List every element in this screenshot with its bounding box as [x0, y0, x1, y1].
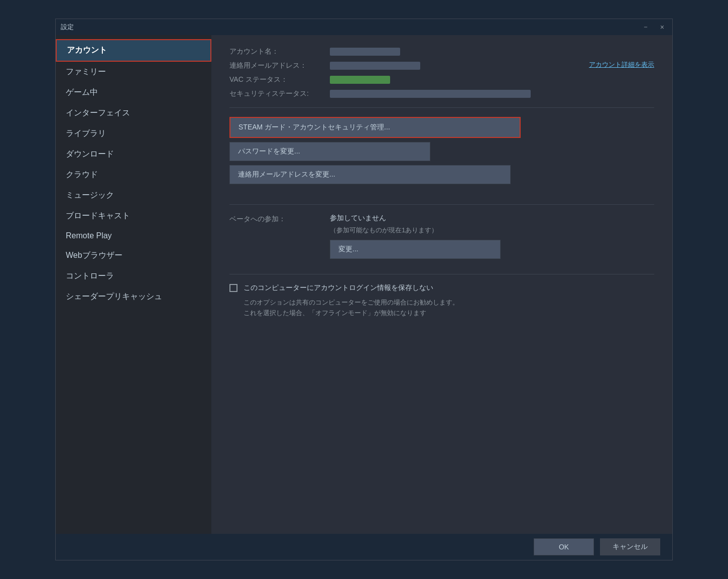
vac-row: VAC ステータス：	[229, 75, 654, 84]
vac-label: VAC ステータス：	[229, 75, 330, 84]
sidebar-item-in-game[interactable]: ゲーム中	[56, 82, 211, 103]
titlebar: 設定 － ×	[56, 19, 672, 35]
sidebar-item-library[interactable]: ライブラリ	[56, 123, 211, 144]
sidebar-item-remoteplay[interactable]: Remote Play	[56, 226, 211, 245]
sidebar-item-music[interactable]: ミュージック	[56, 185, 211, 206]
titlebar-buttons: － ×	[639, 23, 667, 32]
email-label: 連絡用メールアドレス：	[229, 61, 330, 70]
window-title: 設定	[61, 23, 74, 32]
ok-button[interactable]: OK	[534, 538, 594, 555]
security-value	[330, 90, 531, 98]
save-login-checkbox[interactable]	[229, 284, 237, 292]
save-login-row: このコンピューターにアカウントログイン情報を保存しない	[229, 283, 654, 293]
sidebar-item-shadercache[interactable]: シェーダープリキャッシュ	[56, 286, 211, 307]
sidebar-item-cloud[interactable]: クラウド	[56, 165, 211, 185]
beta-sub: （参加可能なものが現在1あります）	[330, 226, 501, 235]
beta-change-button[interactable]: 変更...	[330, 240, 501, 259]
hint-text: このオプションは共有のコンピューターをご使用の場合にお勧めします。 これを選択し…	[244, 298, 654, 319]
minimize-button[interactable]: －	[639, 23, 652, 32]
main-panel: アカウント詳細を表示 アカウント名： 連絡用メールアドレス： VAC ステータス…	[211, 35, 672, 534]
close-button[interactable]: ×	[657, 23, 667, 31]
change-password-button[interactable]: パスワードを変更...	[229, 142, 430, 161]
sidebar-item-interface[interactable]: インターフェイス	[56, 103, 211, 123]
divider-2	[229, 204, 654, 205]
divider-1	[229, 107, 654, 108]
cancel-button[interactable]: キャンセル	[600, 538, 660, 555]
account-name-value	[330, 48, 400, 56]
save-login-label: このコンピューターにアカウントログイン情報を保存しない	[244, 283, 433, 293]
hint-line1: このオプションは共有のコンピューターをご使用の場合にお勧めします。	[244, 299, 459, 306]
hint-line2: これを選択した場合、「オフラインモード」が無効になります	[244, 309, 426, 317]
security-label: セキュリティステータス:	[229, 89, 330, 98]
sidebar-item-family[interactable]: ファミリー	[56, 62, 211, 82]
beta-row: ベータへの参加： 参加していません （参加可能なものが現在1あります） 変更..…	[229, 214, 654, 259]
beta-label: ベータへの参加：	[229, 214, 320, 224]
change-email-button[interactable]: 連絡用メールアドレスを変更...	[229, 165, 511, 184]
account-name-label: アカウント名：	[229, 47, 330, 56]
sidebar-item-controller[interactable]: コントローラ	[56, 266, 211, 286]
email-value	[330, 62, 420, 70]
account-name-row: アカウント名：	[229, 47, 654, 56]
beta-content: 参加していません （参加可能なものが現在1あります） 変更...	[330, 214, 501, 259]
sidebar-item-downloads[interactable]: ダウンロード	[56, 144, 211, 165]
vac-value	[330, 76, 390, 84]
security-row: セキュリティステータス:	[229, 89, 654, 98]
account-detail-link[interactable]: アカウント詳細を表示	[589, 60, 654, 69]
divider-3	[229, 274, 654, 274]
steam-guard-button[interactable]: STEAM ガード・アカウントセキュリティ管理...	[229, 117, 521, 138]
sidebar: アカウントファミリーゲーム中インターフェイスライブラリダウンロードクラウドミュー…	[56, 35, 211, 534]
sidebar-item-webbrowser[interactable]: Webブラウザー	[56, 245, 211, 266]
settings-window: 設定 － × アカウントファミリーゲーム中インターフェイスライブラリダウンロード…	[55, 19, 673, 560]
beta-status: 参加していません	[330, 214, 501, 223]
footer: OK キャンセル	[56, 534, 672, 560]
content-area: アカウントファミリーゲーム中インターフェイスライブラリダウンロードクラウドミュー…	[56, 35, 672, 534]
sidebar-item-account[interactable]: アカウント	[56, 39, 211, 62]
sidebar-item-broadcast[interactable]: ブロードキャスト	[56, 206, 211, 226]
